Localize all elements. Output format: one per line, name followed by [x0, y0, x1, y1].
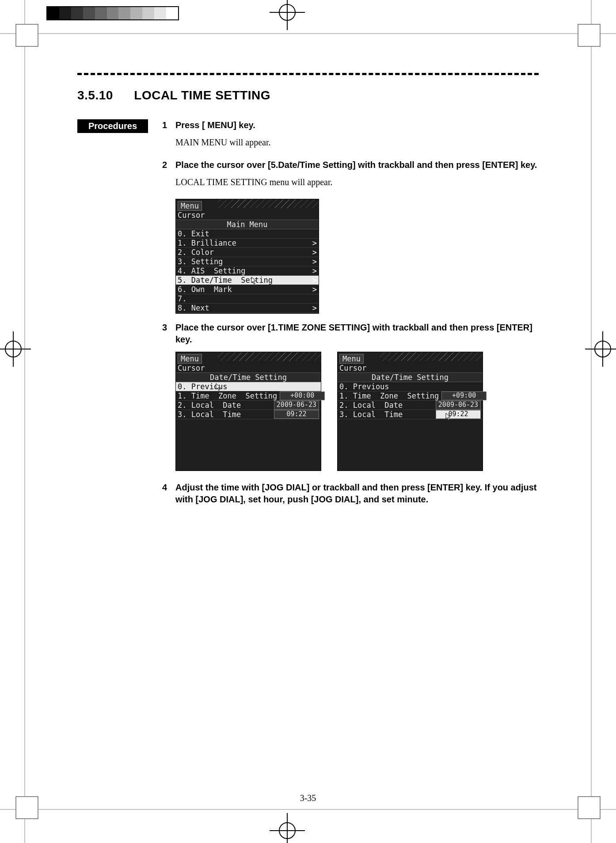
chevron-right-icon: > — [311, 257, 317, 266]
figure-main-menu: Menu Cursor Main Menu 0. Exit 1. Brillia… — [175, 199, 539, 314]
menu-item-blank[interactable]: 7. — [176, 294, 319, 304]
procedures-badge: Procedures — [77, 119, 148, 133]
menu-item-setting[interactable]: 3. Setting > — [176, 257, 319, 266]
panel-title: Date/Time Setting — [176, 372, 321, 382]
section-rule — [77, 73, 539, 75]
step-text: Press [ MENU] key. — [175, 119, 539, 131]
radar-panel-datetime-b: Menu Cursor Date/Time Setting 0. Previou… — [337, 352, 483, 471]
menu-item-previous[interactable]: 0. Previous — [176, 382, 321, 391]
menu-button[interactable]: Menu — [339, 354, 364, 364]
value-local-date: 2009-06-23 — [274, 401, 319, 410]
step-number: 2 — [162, 159, 175, 171]
step-number: 1 — [162, 119, 175, 131]
value-time-zone: +09:00 — [441, 391, 487, 400]
chevron-right-icon: > — [311, 276, 317, 285]
step-1: 1 Press [ MENU] key. — [162, 119, 539, 131]
chevron-right-icon: > — [311, 304, 317, 312]
step-3: 3 Place the cursor over [1.TIME ZONE SET… — [162, 322, 539, 346]
menu-list: 0. Previous 1. Time Zone Setting +09:00 … — [338, 382, 483, 419]
cursor-label: Cursor — [338, 364, 483, 372]
value-time-zone: +00:00 — [280, 391, 325, 400]
menu-item-color[interactable]: 2. Color > — [176, 248, 319, 257]
menu-list: 0. Previous 1. Time Zone Setting +00:00 — [176, 382, 321, 419]
page: 3.5.10 LOCAL TIME SETTING Procedures 1 P… — [0, 0, 616, 843]
step-note: MAIN MENU will appear. — [175, 137, 539, 148]
menu-item-brilliance[interactable]: 1. Brilliance > — [176, 239, 319, 248]
chevron-right-icon: > — [311, 285, 317, 294]
menu-item-own-mark[interactable]: 6. Own Mark > — [176, 285, 319, 294]
figure-date-time-panels: Menu Cursor Date/Time Setting 0. Previou… — [175, 352, 539, 471]
step-text: Adjust the time with [JOG DIAL] or track… — [175, 482, 539, 505]
bearing-ticks-icon — [218, 199, 319, 208]
crop-line — [591, 0, 592, 843]
section-number: 3.5.10 — [77, 88, 130, 103]
radar-panel-datetime-a: Menu Cursor Date/Time Setting 0. Previou… — [175, 352, 321, 471]
cursor-label: Cursor — [176, 364, 321, 372]
menu-item-next[interactable]: 8. Next > — [176, 304, 319, 313]
chevron-right-icon: > — [311, 239, 317, 247]
radar-panel-main-menu: Menu Cursor Main Menu 0. Exit 1. Brillia… — [175, 199, 319, 314]
menu-button[interactable]: Menu — [178, 354, 202, 364]
content-area: 3.5.10 LOCAL TIME SETTING Procedures 1 P… — [77, 73, 539, 777]
section-heading: 3.5.10 LOCAL TIME SETTING — [77, 88, 539, 103]
bearing-ticks-icon — [380, 352, 483, 361]
grayscale-bar — [46, 6, 179, 20]
step-2: 2 Place the cursor over [5.Date/Time Set… — [162, 159, 539, 171]
menu-item-time-zone-setting[interactable]: 1. Time Zone Setting +09:00 — [338, 391, 483, 401]
chevron-right-icon: > — [311, 248, 317, 257]
step-number: 4 — [162, 482, 175, 505]
menu-item-time-zone-setting[interactable]: 1. Time Zone Setting +00:00 — [176, 391, 321, 401]
menu-item-previous[interactable]: 0. Previous — [338, 382, 483, 391]
crop-line — [24, 0, 25, 843]
procedures-row: Procedures 1 Press [ MENU] key. MAIN MEN… — [77, 119, 539, 511]
step-4: 4 Adjust the time with [JOG DIAL] or tra… — [162, 482, 539, 505]
page-number: 3-35 — [0, 793, 616, 803]
registration-mark-icon — [270, 813, 305, 843]
steps-column: 1 Press [ MENU] key. MAIN MENU will appe… — [162, 119, 539, 511]
section-title-text: LOCAL TIME SETTING — [134, 88, 270, 102]
cursor-label: Cursor — [176, 211, 319, 220]
value-local-time: 09:22 — [436, 410, 481, 419]
value-local-time: 09:22 — [274, 410, 319, 419]
menu-item-local-time[interactable]: 3. Local Time 09:22 — [338, 410, 483, 419]
menu-item-exit[interactable]: 0. Exit — [176, 229, 319, 239]
bearing-ticks-icon — [218, 352, 321, 361]
crop-line — [0, 33, 616, 34]
menu-item-local-time[interactable]: 3. Local Time 09:22 — [176, 410, 321, 419]
menu-item-local-date[interactable]: 2. Local Date 2009-06-23 — [176, 401, 321, 410]
menu-item-local-date[interactable]: 2. Local Date 2009-06-23 — [338, 401, 483, 410]
panel-title: Date/Time Setting — [338, 372, 483, 382]
crop-line — [0, 809, 616, 810]
crop-corner — [15, 24, 38, 47]
registration-mark-icon — [270, 0, 305, 30]
step-text: Place the cursor over [1.TIME ZONE SETTI… — [175, 322, 539, 346]
panel-title: Main Menu — [176, 220, 319, 229]
chevron-right-icon: > — [311, 266, 317, 275]
registration-mark-icon — [0, 331, 31, 367]
step-number: 3 — [162, 322, 175, 346]
menu-item-date-time-setting[interactable]: 5. Date/Time Setting > — [176, 276, 319, 285]
step-note: LOCAL TIME SETTING menu will appear. — [175, 176, 539, 188]
value-local-date: 2009-06-23 — [436, 401, 481, 410]
menu-button[interactable]: Menu — [178, 201, 202, 211]
menu-list: 0. Exit 1. Brilliance > 2. Color > — [176, 229, 319, 313]
menu-item-ais-setting[interactable]: 4. AIS Setting > — [176, 266, 319, 276]
step-text: Place the cursor over [5.Date/Time Setti… — [175, 159, 539, 171]
crop-corner — [578, 24, 601, 47]
registration-mark-icon — [585, 331, 616, 367]
